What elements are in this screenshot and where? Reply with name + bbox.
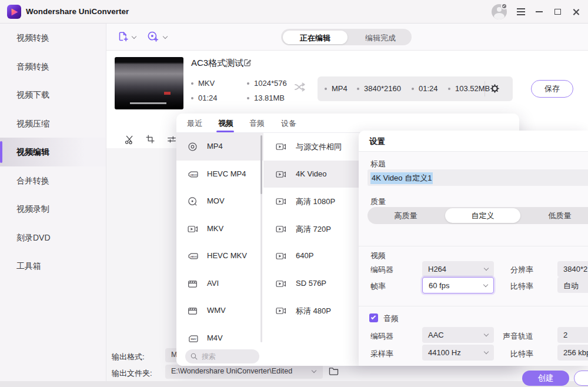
add-file-icon (116, 30, 129, 43)
output-folder-select[interactable]: E:\Wondershare UniConverter\Edited (165, 365, 323, 379)
close-icon (573, 8, 580, 15)
audio-encoder-label: 编码器 (370, 331, 393, 342)
close-button[interactable] (567, 0, 585, 24)
video-camera-icon (276, 199, 285, 205)
sidebar-item-audio-convert[interactable]: 音频转换 (0, 52, 106, 81)
resolution-item-720p[interactable]: 高清 720P (263, 215, 363, 243)
clapperboard-icon (189, 281, 197, 286)
tab-audio[interactable]: 音频 (249, 118, 265, 129)
sidebar-item-merge-convert[interactable]: 合并转换 (0, 166, 106, 195)
audio-track-label: 声音轨道 (503, 331, 533, 342)
quality-segmented-control: 高质量 自定义 低质量 (368, 207, 588, 224)
quality-option-low[interactable]: 低质量 (522, 211, 588, 221)
audio-bitrate-field[interactable]: 256 kbps (557, 345, 588, 361)
browse-folder-button[interactable] (328, 365, 339, 376)
resolution-item-1080p[interactable]: 高清 1080P (263, 188, 363, 215)
search-icon (190, 352, 198, 361)
format-item-wmv[interactable]: WMV (176, 297, 263, 325)
titlebar: Wondershare UniConverter (0, 0, 588, 24)
source-duration: 01:24 (191, 94, 218, 102)
quality-option-custom[interactable]: 自定义 (445, 211, 521, 221)
account-status-badge-icon (501, 3, 507, 9)
add-capture-button[interactable] (146, 30, 159, 43)
save-button[interactable]: 保存 (531, 80, 573, 98)
format-item-hevc-mkv[interactable]: HEVC MKV (176, 242, 263, 270)
resolution-item-640p[interactable]: 640P (263, 242, 363, 270)
sidebar-item-toolbox[interactable]: 工具箱 (0, 252, 106, 281)
tab-recent[interactable]: 最近 (187, 118, 202, 129)
video-thumbnail[interactable] (115, 57, 183, 109)
video-bitrate-field[interactable]: 自动 (557, 277, 588, 293)
minimize-button[interactable] (531, 0, 549, 24)
add-capture-icon (146, 30, 159, 43)
tab-video[interactable]: 视频 (218, 118, 233, 129)
toolbar: 正在编辑 编辑完成 (106, 24, 588, 51)
divider (359, 306, 588, 306)
effects-button[interactable] (166, 134, 177, 145)
video-camera-icon (276, 226, 285, 232)
convert-arrows-icon (293, 80, 308, 94)
add-file-chevron-icon[interactable] (132, 34, 136, 39)
framerate-select[interactable]: 60 fps (422, 277, 494, 293)
source-format: MKV (191, 79, 215, 88)
selected-text: 4K Video 自定义1 (370, 172, 433, 184)
source-resolution: 1024*576 (247, 79, 287, 88)
tab-edit-done[interactable]: 编辑完成 (349, 33, 412, 44)
format-item-mp4[interactable]: MP4 (176, 133, 263, 161)
resolution-item-480p[interactable]: 标清 480P (263, 297, 363, 325)
rename-button[interactable] (242, 58, 252, 68)
maximize-button[interactable] (549, 0, 567, 24)
settings-panel: 设置 标题 4K Video 自定义1 质量 高质量 自定义 低质量 视频 编码… (359, 131, 588, 366)
sidebar-item-video-convert[interactable]: 视频转换 (0, 24, 106, 52)
audio-enabled-checkbox[interactable] (369, 313, 378, 322)
format-list-scrollbar-thumb[interactable] (260, 135, 262, 194)
format-item-hevc-mp4[interactable]: HEVC MP4 (176, 161, 263, 188)
create-button[interactable]: 创建 (522, 371, 569, 386)
settings-header: 设置 (359, 131, 588, 152)
samplerate-select[interactable]: 44100 Hz (422, 345, 494, 361)
minimize-icon (536, 11, 543, 12)
format-item-avi[interactable]: AVI (176, 270, 263, 298)
output-settings-button[interactable] (490, 84, 500, 94)
resolution-list: 与源文件相同 4K Video 高清 1080P 高清 720P 640P SD… (263, 133, 363, 325)
search-input[interactable] (202, 351, 255, 362)
quality-option-high[interactable]: 高质量 (368, 211, 444, 221)
sidebar-item-video-compress[interactable]: 视频压缩 (0, 109, 106, 138)
audio-encoder-select[interactable]: AAC (422, 327, 494, 343)
file-title: AC3格式测试 (191, 58, 243, 69)
output-format: MP4 (325, 84, 348, 93)
crop-button[interactable] (145, 134, 155, 144)
title-label: 标题 (370, 159, 386, 169)
resolution-item-sd-576p[interactable]: SD 576P (263, 270, 363, 298)
trim-button[interactable] (124, 134, 135, 145)
samplerate-label: 采样率 (370, 349, 393, 359)
output-folder-label: 输出文件夹: (112, 368, 152, 379)
format-item-mov[interactable]: MOV (176, 188, 263, 215)
add-capture-chevron-icon[interactable] (163, 34, 168, 39)
menu-button[interactable] (512, 0, 530, 24)
video-encoder-select[interactable]: H264 (422, 261, 494, 277)
mov-disc-icon (189, 198, 196, 205)
active-tab-underline (216, 131, 234, 132)
tab-device[interactable]: 设备 (281, 118, 296, 129)
format-item-mkv[interactable]: MKV (176, 215, 263, 243)
edit-state-toggle: 正在编辑 编辑完成 (281, 29, 412, 45)
secondary-create-button[interactable] (574, 371, 588, 386)
sidebar-item-burn-dvd[interactable]: 刻录DVD (0, 223, 106, 252)
audio-track-field[interactable]: 2 (557, 327, 588, 343)
sidebar-item-video-edit[interactable]: 视频编辑 (0, 138, 106, 166)
format-search[interactable] (185, 349, 259, 363)
add-file-button[interactable] (116, 30, 129, 43)
resolution-item-same-as-source[interactable]: 与源文件相同 (263, 133, 363, 161)
video-camera-icon (276, 308, 285, 314)
tab-editing[interactable]: 正在编辑 (281, 33, 349, 44)
settings-title: 设置 (369, 136, 385, 147)
sidebar-item-video-download[interactable]: 视频下载 (0, 81, 106, 109)
framerate-label: 帧率 (370, 281, 386, 292)
m4v-badge-icon (189, 335, 198, 341)
sidebar-item-screen-record[interactable]: 视频录制 (0, 195, 106, 223)
preset-title-input[interactable]: 4K Video 自定义1 (368, 169, 588, 186)
resolution-item-4k-video[interactable]: 4K Video (263, 161, 363, 188)
disc-icon (189, 143, 196, 151)
video-resolution-field[interactable]: 3840*2160 (557, 261, 588, 277)
